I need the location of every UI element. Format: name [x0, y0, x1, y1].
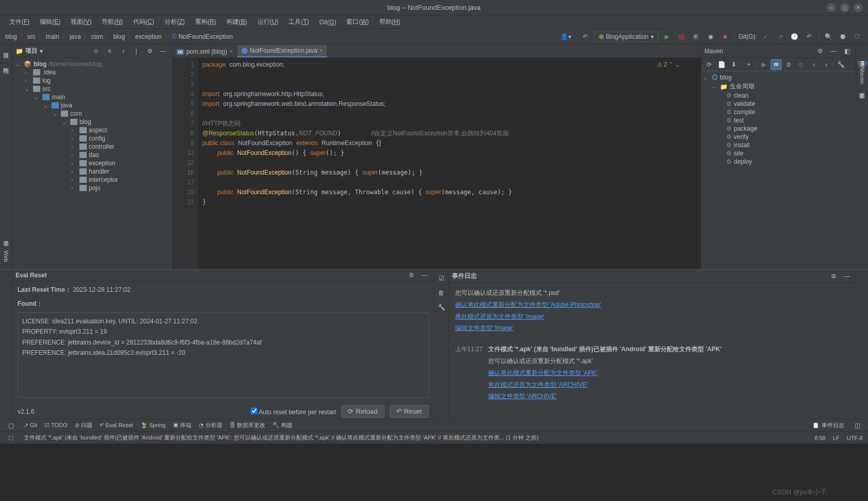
menu-item[interactable]: 运行(U): [253, 17, 283, 27]
tool-window-item[interactable]: ☑ TODO: [44, 421, 67, 429]
tree-node[interactable]: ›log: [12, 76, 172, 85]
reload-button[interactable]: ⟳ Reload: [341, 405, 384, 418]
menu-item[interactable]: 视图(V): [67, 17, 95, 27]
status-icon[interactable]: ▢: [5, 432, 17, 444]
add-icon[interactable]: +: [743, 59, 754, 70]
editor-tab[interactable]: NotFoundException.java×: [237, 45, 328, 57]
ide-settings-icon[interactable]: ⬢: [837, 31, 848, 42]
tree-node[interactable]: ⌄src: [12, 85, 172, 93]
tool-window-item[interactable]: 🔨 构建: [272, 421, 293, 429]
auto-reset-checkbox[interactable]: Auto reset before per restart: [251, 408, 336, 416]
download-icon[interactable]: ⬇: [728, 59, 740, 70]
maven-goal[interactable]: ⚙deploy: [701, 158, 856, 166]
gutter-web[interactable]: Web: [2, 248, 10, 264]
search-icon[interactable]: 🔍: [823, 31, 834, 42]
run-button[interactable]: ▶: [662, 31, 673, 42]
menu-item[interactable]: 编辑(E): [36, 17, 65, 27]
menu-item[interactable]: 分析(Z): [160, 17, 189, 27]
dock-icon[interactable]: ◧: [841, 45, 853, 57]
expand-all-icon[interactable]: ≡: [104, 45, 115, 57]
git-update-icon[interactable]: ✓: [760, 31, 771, 42]
breadcrumb-item[interactable]: blog: [5, 33, 17, 40]
run-maven-icon[interactable]: ▶: [758, 59, 769, 70]
breadcrumb-item[interactable]: main: [46, 33, 59, 40]
inspection-badge[interactable]: ⚠ 2 ⌃ ⌄: [657, 61, 680, 68]
gear-icon[interactable]: [406, 270, 417, 281]
tool-window-item[interactable]: ▣ 终端: [173, 421, 191, 429]
line-separator[interactable]: LF: [833, 435, 840, 441]
gear-icon[interactable]: [814, 45, 826, 57]
event-link[interactable]: 确认将此模式重新分配为文件类型 'APK': [488, 369, 598, 377]
maven-settings-icon[interactable]: 🔧: [835, 59, 846, 70]
tool-event-log[interactable]: 📋 事件日志: [812, 421, 844, 429]
collapse-all-icon[interactable]: ⫞: [117, 45, 128, 57]
event-link[interactable]: 将此模式还原为文件类型 'ARCHIVE': [488, 381, 588, 388]
tool-window-item[interactable]: 🍃 Spring: [140, 421, 166, 429]
reset-button[interactable]: ↶ Reset: [390, 405, 429, 418]
breadcrumb-item[interactable]: exception: [135, 33, 162, 40]
menu-item[interactable]: 重构(R): [191, 17, 220, 27]
event-link[interactable]: 确认将此模式重新分配为文件类型 'Adobe Photoshop': [455, 301, 601, 308]
event-link[interactable]: 编辑文件类型 'ARCHIVE': [488, 393, 557, 400]
maven-goal[interactable]: ⚙verify: [701, 133, 856, 141]
breadcrumb-item[interactable]: src: [27, 33, 36, 40]
tree-node[interactable]: ⌄main: [12, 93, 172, 101]
debug-button[interactable]: 🐞: [676, 31, 687, 42]
user-icon[interactable]: 👤▾: [560, 31, 572, 42]
breadcrumb-item[interactable]: com: [91, 33, 103, 40]
gutter-structure[interactable]: 结构: [1, 61, 11, 65]
gutter-maven[interactable]: m Maven: [858, 59, 866, 86]
close-icon[interactable]: ×: [229, 48, 233, 55]
maven-lifecycle[interactable]: ⌄📁生命周期: [701, 82, 856, 91]
generate-sources-icon[interactable]: 📄: [716, 59, 727, 70]
tree-node[interactable]: ›pojo: [12, 184, 172, 192]
breadcrumb-item[interactable]: blog: [113, 33, 125, 40]
tool-window-item[interactable]: ⊘ 问题: [75, 421, 92, 429]
tree-node[interactable]: ›aspect: [12, 126, 172, 134]
git-history-icon[interactable]: 🕑: [789, 31, 800, 42]
maven-goal[interactable]: ⚙install: [701, 141, 856, 149]
hide-panel-icon[interactable]: —: [157, 45, 169, 57]
tool-window-item[interactable]: ◔ 分析器: [199, 421, 222, 429]
gutter-database[interactable]: 数据库: [857, 86, 867, 90]
menu-item[interactable]: 文件(F): [5, 17, 34, 27]
tree-node[interactable]: ⌄java: [12, 101, 172, 109]
layout-icon[interactable]: ◫: [851, 420, 863, 431]
maven-goal[interactable]: ⚙validate: [701, 100, 856, 108]
show-deps-icon[interactable]: ⫞: [820, 59, 831, 70]
breadcrumb-item[interactable]: java: [70, 33, 81, 40]
delete-icon[interactable]: 🗑: [436, 287, 447, 299]
tree-root[interactable]: ⌄ 📦 blog /home/resume/blog: [12, 60, 172, 68]
gear-icon[interactable]: [144, 45, 155, 57]
tree-node[interactable]: ›config: [12, 134, 172, 143]
gutter-notifications[interactable]: 通知: [857, 55, 867, 59]
coverage-button[interactable]: ⛨: [690, 31, 702, 42]
profile-button[interactable]: ◉: [705, 31, 716, 42]
event-link[interactable]: 编辑文件类型 'Image': [455, 324, 513, 332]
git-commit-icon[interactable]: ↗: [775, 31, 786, 42]
tool-window-item[interactable]: ↗ Git: [24, 421, 37, 429]
cursor-position[interactable]: 8:58: [815, 435, 826, 441]
tree-node[interactable]: ›.idea: [12, 68, 172, 76]
git-rollback-icon[interactable]: ↶: [803, 31, 815, 42]
hide-panel-icon[interactable]: —: [420, 270, 431, 281]
maven-goal[interactable]: ⚙compile: [701, 108, 856, 116]
tree-node[interactable]: ⌄blog: [12, 118, 172, 126]
close-button[interactable]: ×: [854, 3, 863, 12]
tree-node[interactable]: ›dao: [12, 151, 172, 159]
minimize-button[interactable]: –: [827, 3, 836, 12]
encoding[interactable]: UTF-8: [847, 435, 863, 441]
tree-node[interactable]: ›controller: [12, 143, 172, 151]
menu-item[interactable]: 窗口(W): [342, 17, 373, 27]
editor-tab[interactable]: mpom.xml (blog)×: [172, 46, 237, 57]
gear-icon[interactable]: [828, 271, 839, 282]
tool-window-item[interactable]: 🗄 数据库更改: [230, 421, 265, 429]
hide-panel-icon[interactable]: —: [841, 271, 853, 282]
quick-access-icon[interactable]: ▢: [5, 420, 17, 431]
reload-icon[interactable]: ⟳: [703, 59, 715, 70]
tree-node[interactable]: ›handler: [12, 167, 172, 176]
toggle-skip-tests-icon[interactable]: ⊙: [795, 59, 807, 70]
menu-item[interactable]: 代码(C): [129, 17, 158, 27]
maximize-button[interactable]: □: [840, 3, 849, 12]
tree-node[interactable]: ›exception: [12, 159, 172, 167]
